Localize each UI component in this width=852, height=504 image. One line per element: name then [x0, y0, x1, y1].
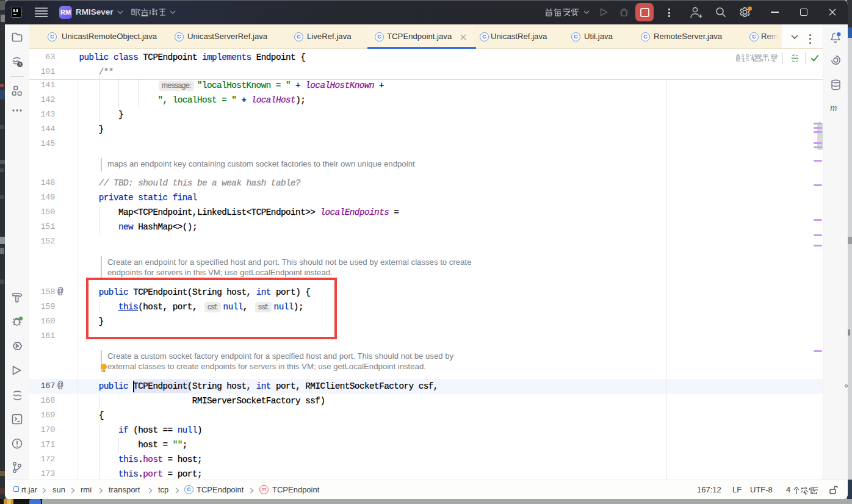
svg-text:?: ?	[18, 62, 21, 67]
